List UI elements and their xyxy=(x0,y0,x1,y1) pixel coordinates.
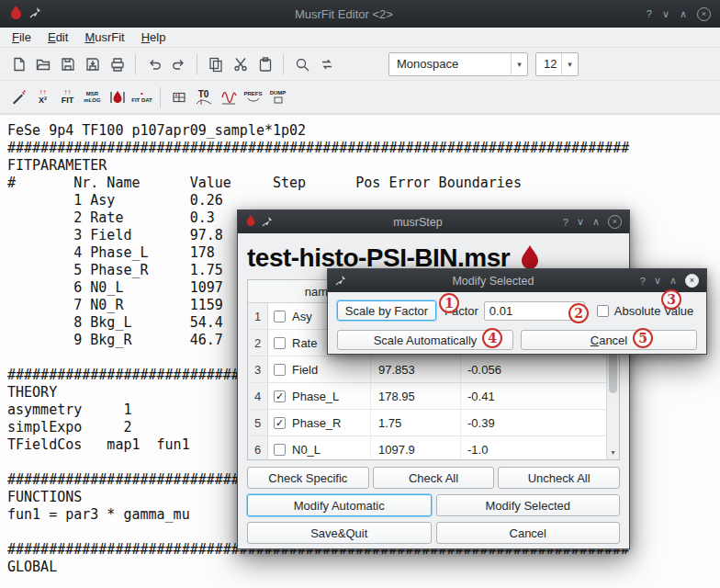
close-icon[interactable]: × xyxy=(685,274,699,288)
modify-automatic-button[interactable]: Modify Automatic xyxy=(247,494,432,516)
param-name: Phase_R xyxy=(292,416,341,430)
cancel-button[interactable]: Cancel xyxy=(436,522,621,544)
musr-step-icon[interactable] xyxy=(105,85,129,109)
minimize-icon[interactable]: ∨ xyxy=(577,216,584,228)
dialog-title: Modify Selected xyxy=(346,275,640,288)
menu-help[interactable]: Help xyxy=(133,28,174,46)
table-row[interactable]: 6 N0_L 1097.9 -1.0 xyxy=(248,436,619,460)
row-checkbox[interactable] xyxy=(274,311,286,322)
table-row[interactable]: 3 Field 97.853 -0.056 xyxy=(248,356,619,383)
paste-icon[interactable] xyxy=(253,51,277,76)
msr-mlog-swap-icon[interactable]: MSR mLOG xyxy=(80,85,105,109)
musr-fit-icon[interactable]: ↑↑FIT xyxy=(55,85,80,109)
modify-titlebar[interactable]: Modify Selected ? ∨ ∧ × xyxy=(328,269,706,292)
app-window: MusrFit Editor <2> ? ∨ ∧ × File Edit Mus… xyxy=(0,0,720,588)
chevron-down-icon[interactable]: ▾ xyxy=(561,53,578,75)
pin-icon[interactable] xyxy=(262,214,273,231)
row-checkbox[interactable]: ✓ xyxy=(274,390,286,402)
check-specific-button[interactable]: Check Specific xyxy=(247,467,369,489)
pin-icon[interactable] xyxy=(29,6,41,22)
menu-edit[interactable]: Edit xyxy=(39,28,76,46)
musr-prefs-icon[interactable]: PREFS xyxy=(241,85,265,109)
factor-input[interactable] xyxy=(484,301,585,321)
font-size-combobox[interactable]: 12 ▾ xyxy=(535,52,579,76)
absolute-value-label: Absolute Value xyxy=(614,304,694,318)
toolbar-separator xyxy=(135,54,136,74)
cut-icon[interactable] xyxy=(228,51,253,76)
print-icon[interactable] xyxy=(105,51,129,76)
musrfit-logo-icon xyxy=(245,214,256,231)
font-family-combobox[interactable]: Monospace ▾ xyxy=(388,52,528,76)
modify-selected-dialog: Modify Selected ? ∨ ∧ × Scale by Factor … xyxy=(327,268,707,355)
chevron-down-icon[interactable]: ▾ xyxy=(511,53,527,75)
redo-icon[interactable] xyxy=(166,51,191,76)
param-step: -0.39 xyxy=(461,410,619,435)
scale-automatically-button[interactable]: Scale Automatically xyxy=(337,330,513,350)
row-checkbox[interactable] xyxy=(274,364,286,376)
param-value: 97.853 xyxy=(371,356,461,382)
uncheck-all-button[interactable]: Uncheck All xyxy=(498,467,620,489)
minimize-icon[interactable]: ∨ xyxy=(654,275,661,287)
help-icon[interactable]: ? xyxy=(647,8,652,19)
maximize-icon[interactable]: ∧ xyxy=(680,8,687,20)
find-replace-icon[interactable] xyxy=(314,51,339,76)
param-name: Rate xyxy=(292,336,317,350)
musrstep-titlebar[interactable]: musrStep ? ∨ ∧ × xyxy=(238,210,629,233)
row-checkbox[interactable] xyxy=(274,337,286,349)
menu-file[interactable]: File xyxy=(4,28,39,46)
param-value: 178.95 xyxy=(371,383,461,409)
open-folder-icon[interactable] xyxy=(30,51,55,76)
musr-ft-icon[interactable] xyxy=(216,85,241,109)
find-icon[interactable] xyxy=(289,51,314,76)
check-all-button[interactable]: Check All xyxy=(373,467,495,489)
minimize-icon[interactable]: ∨ xyxy=(662,8,669,20)
cancel-button[interactable]: Cancel xyxy=(521,330,697,350)
undo-icon[interactable] xyxy=(141,51,166,76)
window-title: MusrFit Editor <2> xyxy=(41,7,647,21)
save-as-icon[interactable] xyxy=(80,51,105,76)
param-step: -1.0 xyxy=(461,436,619,460)
maximize-icon[interactable]: ∧ xyxy=(669,275,677,287)
param-name: N0_L xyxy=(292,443,321,457)
musrstep-dialog: musrStep ? ∨ ∧ × test-histo-PSI-BIN.msr … xyxy=(237,209,630,549)
menu-musrfit[interactable]: MusrFit xyxy=(76,28,132,46)
table-row[interactable]: 5 ✓Phase_R 1.75 -0.39 xyxy=(248,410,619,436)
musr-wiz-icon[interactable] xyxy=(6,85,30,109)
pin-icon[interactable] xyxy=(335,273,346,289)
absolute-value-checkbox[interactable] xyxy=(597,305,609,317)
musr-t0-icon[interactable]: T0 xyxy=(191,85,216,109)
row-checkbox[interactable] xyxy=(274,444,286,456)
main-toolbar: Monospace ▾ 12 ▾ xyxy=(0,48,720,81)
param-name: Field xyxy=(292,363,318,377)
new-file-icon[interactable] xyxy=(6,51,30,76)
param-value: 1.75 xyxy=(371,410,461,435)
calc-chisq-icon[interactable]: ↑↑X² xyxy=(30,85,55,109)
titlebar: MusrFit Editor <2> ? ∨ ∧ × xyxy=(0,0,720,28)
toolbar-separator xyxy=(160,87,161,107)
toolbar-separator xyxy=(283,54,284,74)
musr-view-icon[interactable]: •FIT DAT xyxy=(129,85,154,109)
save-quit-button[interactable]: Save&Quit xyxy=(247,522,432,544)
musr-dump-icon[interactable]: DUMP xyxy=(265,85,290,109)
param-value: 1097.9 xyxy=(371,436,461,460)
table-row[interactable]: 4 ✓Phase_L 178.95 -0.41 xyxy=(248,383,619,410)
musrfit-toolbar: ↑↑X² ↑↑FIT MSR mLOG •FIT DAT T0 PREFS DU… xyxy=(0,81,720,114)
scale-by-factor-button[interactable]: Scale by Factor xyxy=(337,300,436,321)
param-name: Phase_L xyxy=(292,390,339,403)
maximize-icon[interactable]: ∧ xyxy=(592,216,600,228)
copy-icon[interactable] xyxy=(203,51,228,76)
app-icon xyxy=(9,5,23,24)
param-step: -0.41 xyxy=(461,383,619,409)
close-icon[interactable]: × xyxy=(608,215,622,229)
close-icon[interactable]: × xyxy=(697,7,711,21)
msr2data-icon[interactable] xyxy=(166,85,191,109)
modify-selected-button[interactable]: Modify Selected xyxy=(436,494,621,516)
row-checkbox[interactable]: ✓ xyxy=(274,417,286,429)
save-icon[interactable] xyxy=(55,51,80,76)
help-icon[interactable]: ? xyxy=(563,217,568,228)
param-step: -0.056 xyxy=(461,356,619,382)
scroll-down-icon[interactable]: ▾ xyxy=(607,447,619,458)
param-name: Asy xyxy=(292,310,312,323)
factor-label: Factor xyxy=(444,304,478,318)
help-icon[interactable]: ? xyxy=(640,276,646,287)
